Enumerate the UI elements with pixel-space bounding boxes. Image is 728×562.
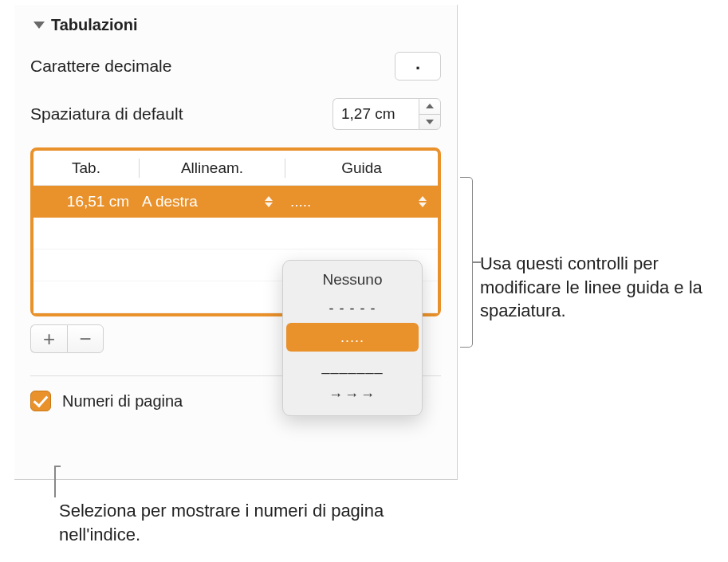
default-spacing-input[interactable]: 1,27 cm — [333, 98, 419, 130]
leader-value: ..... — [290, 193, 311, 210]
leader-select[interactable]: ..... — [284, 193, 438, 210]
decimal-character-input[interactable]: . — [395, 52, 441, 81]
default-spacing-label: Spaziatura di default — [30, 104, 183, 124]
leader-option-dashes[interactable]: - - - - - — [286, 294, 419, 323]
leader-popup: Nessuno - - - - - ..... _______ →→→ — [282, 260, 423, 416]
default-spacing-row: Spaziatura di default 1,27 cm — [30, 98, 441, 130]
stepper-down-icon[interactable] — [419, 115, 440, 130]
header-align[interactable]: Allineam. — [140, 159, 285, 177]
callout-pointer — [54, 466, 56, 497]
header-leader[interactable]: Guida — [285, 159, 438, 177]
decimal-character-label: Carattere decimale — [30, 57, 171, 76]
alignment-select[interactable]: A destra — [139, 193, 284, 210]
select-arrows-icon — [265, 196, 277, 207]
stepper-up-icon[interactable] — [419, 99, 440, 115]
alignment-value: A destra — [142, 193, 198, 210]
section-title: Tabulazioni — [51, 16, 138, 34]
leader-option-dots[interactable]: ..... — [286, 323, 419, 352]
leader-option-arrows[interactable]: →→→ — [286, 380, 419, 409]
select-arrows-icon — [419, 196, 431, 207]
default-spacing-control: 1,27 cm — [333, 98, 441, 130]
default-spacing-stepper[interactable] — [419, 98, 441, 130]
decimal-character-row: Carattere decimale . — [30, 52, 441, 81]
callout-bracket — [460, 177, 473, 348]
chevron-down-icon — [33, 22, 45, 29]
table-header: Tab. Allineam. Guida — [33, 151, 438, 186]
section-header[interactable]: Tabulazioni — [30, 16, 441, 34]
callout-leader-spacing: Usa questi controlli per modificare le l… — [480, 252, 715, 323]
leader-option-underscore[interactable]: _______ — [286, 352, 419, 380]
add-tab-button[interactable]: + — [30, 324, 67, 353]
table-row[interactable]: 16,51 cm A destra ..... — [33, 186, 438, 218]
header-tab[interactable]: Tab. — [33, 159, 139, 177]
tab-stop-value[interactable]: 16,51 cm — [33, 193, 139, 210]
remove-tab-button[interactable]: − — [67, 324, 104, 353]
leader-option-none[interactable]: Nessuno — [286, 265, 419, 294]
page-numbers-checkbox[interactable] — [30, 391, 51, 411]
page-numbers-label: Numeri di pagina — [62, 392, 183, 411]
callout-page-numbers: Seleziona per mostrare i numeri di pagin… — [59, 499, 402, 546]
